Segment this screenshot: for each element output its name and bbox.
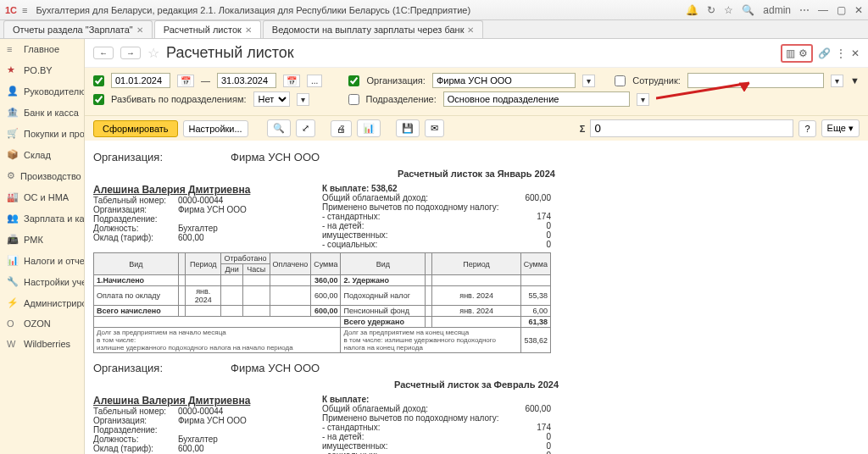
link-icon[interactable]: 🔗 <box>818 47 831 59</box>
sotr-label: Сотрудник: <box>632 75 681 86</box>
sidebar-item[interactable]: OOZON <box>0 313 84 334</box>
sotr-dropdown-icon[interactable]: ▾ <box>831 75 843 87</box>
calendar-to-icon[interactable]: 📅 <box>283 75 300 87</box>
back-button[interactable]: ← <box>93 47 114 59</box>
settings-button[interactable]: Настройки... <box>183 120 248 137</box>
forward-button[interactable]: → <box>120 47 141 59</box>
tab-close-icon[interactable]: ✕ <box>245 25 252 35</box>
sidebar-item-icon: 🏦 <box>7 107 19 118</box>
sidebar-item-icon: ★ <box>7 64 19 75</box>
sidebar-item-label: Покупки и продажи <box>24 129 85 139</box>
tab[interactable]: Отчеты раздела "Зарплата"✕ <box>3 20 153 38</box>
report-toolbar: Сформировать Настройки... 🔍 ⤢ 🖨 📊 💾 ✉ Σ … <box>85 115 868 141</box>
razb-extra-button[interactable]: ▾ <box>297 93 309 106</box>
sidebar-item-icon: ⚙ <box>7 170 15 181</box>
window-icon[interactable]: ▢ <box>837 4 846 16</box>
main-area: ← → ☆ Расчетный листок ▥ ⚙ 🔗 ⋮ ✕ 📅 — 📅 .… <box>85 39 868 454</box>
sidebar-item[interactable]: 🛒Покупки и продажи <box>0 123 84 144</box>
employee-name: Алешина Валерия Дмитриевна <box>93 395 322 407</box>
favorite-icon[interactable]: ☆ <box>147 45 159 61</box>
sidebar-item[interactable]: 📠РМК <box>0 229 84 250</box>
filter-icon[interactable]: ▼ <box>850 75 860 86</box>
org-input[interactable] <box>432 73 576 88</box>
close-page-icon[interactable]: ✕ <box>851 47 860 59</box>
sidebar-item-icon: 👥 <box>7 213 19 224</box>
sidebar-item[interactable]: ★PO.BY <box>0 59 84 80</box>
more-icon[interactable]: ⋮ <box>836 47 846 59</box>
sidebar-item-label: Администрирование <box>24 298 85 308</box>
sidebar-item-label: Руководителю <box>24 86 85 97</box>
sidebar-item[interactable]: 🏦Банк и касса <box>0 102 84 123</box>
user-label[interactable]: admin <box>763 4 791 16</box>
sotr-input[interactable] <box>687 73 824 88</box>
view-mode-icon[interactable]: ▥ <box>786 47 795 59</box>
minimize-icon[interactable]: — <box>818 4 828 16</box>
sidebar-item[interactable]: 📊Налоги и отчетность <box>0 250 84 271</box>
date-to-input[interactable] <box>217 73 276 88</box>
period-title: Расчетный листок за Январь 2024 <box>93 169 860 179</box>
sidebar-item-icon: 🔧 <box>7 276 19 287</box>
sidebar-item-label: РМК <box>24 235 43 245</box>
tab[interactable]: Ведомости на выплату зарплаты через банк… <box>263 20 484 38</box>
date-from-input[interactable] <box>111 73 170 88</box>
sidebar-item-label: Склад <box>24 150 51 160</box>
page-title: Расчетный листок <box>166 44 294 62</box>
sidebar-item-label: Настройки учета <box>24 277 85 287</box>
options-icon[interactable]: ⋯ <box>799 4 810 16</box>
sidebar-item-label: Wildberries <box>24 339 70 349</box>
razb-select[interactable]: Нет <box>253 91 290 107</box>
sidebar-item[interactable]: 🏭ОС и НМА <box>0 186 84 208</box>
razb-checkbox[interactable] <box>93 94 104 105</box>
sidebar-item-icon: ≡ <box>7 44 19 54</box>
chart-icon[interactable]: 📊 <box>357 119 381 137</box>
titlebar: 1C ≡ Бухгалтерия для Беларуси, редакция … <box>0 0 868 20</box>
tab-close-icon[interactable]: ✕ <box>136 25 143 35</box>
bell-icon[interactable]: 🔔 <box>686 4 698 16</box>
sidebar-item[interactable]: ≡Главное <box>0 39 84 59</box>
help-icon[interactable]: ? <box>798 120 815 137</box>
close-icon[interactable]: ✕ <box>854 4 863 16</box>
podr-checkbox[interactable] <box>348 94 359 105</box>
star-icon[interactable]: ☆ <box>724 4 733 16</box>
sidebar-item-label: Главное <box>24 44 59 54</box>
sidebar-item-label: Банк и касса <box>24 108 79 118</box>
email-icon[interactable]: ✉ <box>425 119 444 137</box>
tab-close-icon[interactable]: ✕ <box>467 25 474 35</box>
settings-gear-icon[interactable]: ⚙ <box>798 47 808 59</box>
menu-icon[interactable]: ≡ <box>22 5 27 15</box>
search-icon[interactable]: 🔍 <box>742 4 754 16</box>
generate-button[interactable]: Сформировать <box>93 120 178 137</box>
date-range-checkbox[interactable] <box>93 75 104 86</box>
tab[interactable]: Расчетный листок✕ <box>154 20 261 38</box>
document-tabs: Отчеты раздела "Зарплата"✕Расчетный лист… <box>0 20 868 39</box>
sidebar-item[interactable]: 👤Руководителю <box>0 80 84 102</box>
report-body: Организация:Фирма УСН ОООРасчетный листо… <box>85 141 868 454</box>
sidebar-item[interactable]: 🔧Настройки учета <box>0 271 84 292</box>
org-checkbox[interactable] <box>348 75 359 86</box>
org-dropdown-icon[interactable]: ▾ <box>582 75 595 87</box>
sidebar-item[interactable]: 📦Склад <box>0 144 84 165</box>
sidebar-item-icon: 👤 <box>7 86 19 97</box>
sidebar-item-icon: O <box>7 318 19 329</box>
sotr-checkbox[interactable] <box>615 75 626 86</box>
sidebar-item-label: Производство <box>20 171 81 181</box>
search-report-icon[interactable]: 🔍 <box>267 119 291 137</box>
more-button[interactable]: Еще ▾ <box>821 119 860 137</box>
highlighted-tools: ▥ ⚙ <box>781 44 813 63</box>
calendar-from-icon[interactable]: 📅 <box>177 75 194 87</box>
history-icon[interactable]: ↻ <box>707 4 715 16</box>
sidebar-item[interactable]: ⚙Производство <box>0 165 84 186</box>
podr-input[interactable] <box>443 91 630 107</box>
sum-input[interactable] <box>590 119 793 137</box>
sidebar-item[interactable]: WWildberries <box>0 334 84 354</box>
sidebar-item-icon: 🏭 <box>7 191 19 202</box>
save-icon[interactable]: 💾 <box>396 119 420 137</box>
podr-dropdown-icon[interactable]: ▾ <box>637 93 649 106</box>
sidebar-item[interactable]: ⚡Администрирование <box>0 292 84 313</box>
sidebar-item-icon: ⚡ <box>7 297 19 308</box>
date-select-button[interactable]: ... <box>307 75 322 87</box>
sidebar-item[interactable]: 👥Зарплата и кадры <box>0 208 84 229</box>
expand-icon[interactable]: ⤢ <box>296 119 315 137</box>
employee-name: Алешина Валерия Дмитриевна <box>93 184 322 196</box>
print-icon[interactable]: 🖨 <box>331 120 352 137</box>
